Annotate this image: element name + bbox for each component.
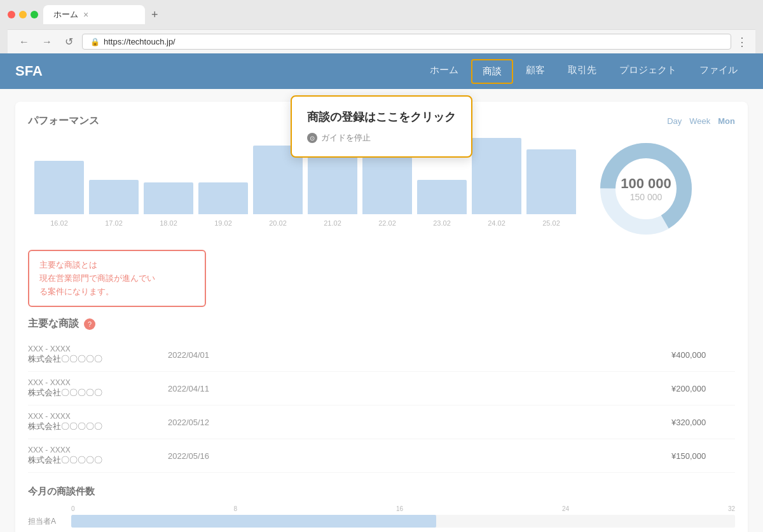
deal-company: 株式会社〇〇〇〇〇 (28, 387, 155, 399)
donut-value: 100 000 (621, 175, 671, 192)
monthly-section: 今月の商談件数 08162432 担当者A 担当者B (28, 486, 735, 532)
donut-sub: 150 000 (621, 192, 671, 202)
deal-row[interactable]: XXX - XXXX 株式会社〇〇〇〇〇 2022/04/01 ¥400,000 (28, 338, 735, 372)
address-bar[interactable]: 🔒 https://techtouch.jp/ (82, 34, 731, 50)
bar-column (308, 153, 357, 214)
maximize-button[interactable] (31, 11, 38, 18)
deal-row[interactable]: XXX - XXXX 株式会社〇〇〇〇〇 2022/04/11 ¥200,000 (28, 372, 735, 406)
tab-close-button[interactable]: × (83, 10, 88, 20)
bar-label: 21.02 (308, 219, 357, 227)
deal-code: XXX - XXXX (28, 412, 155, 421)
active-tab[interactable]: ホーム × (43, 5, 145, 24)
bar-column (472, 138, 521, 214)
back-button[interactable]: ← (15, 35, 33, 49)
axis-label: 24 (562, 505, 569, 512)
nav-home[interactable]: ホーム (420, 59, 469, 84)
nav-deals[interactable]: 商談 (471, 59, 513, 84)
deal-info: XXX - XXXX 株式会社〇〇〇〇〇 (28, 446, 155, 466)
bar-column (198, 182, 248, 214)
donut-area: 100 000 150 000 (595, 138, 735, 240)
minimize-button[interactable] (19, 11, 27, 18)
bar-column (89, 180, 139, 214)
deal-info: XXX - XXXX 株式会社〇〇〇〇〇 (28, 378, 155, 399)
info-box: 主要な商談とは現在営業部門で商談が進んでいる案件になります。 (28, 250, 206, 307)
browser-titlebar: ホーム × + (8, 5, 755, 24)
dashboard-card: パフォーマンス Day Week Mon 16.0217.0218.0219.0… (15, 102, 748, 532)
nav-files[interactable]: ファイル (689, 59, 748, 84)
help-icon[interactable]: ? (84, 318, 95, 330)
donut-center: 100 000 150 000 (621, 175, 671, 202)
h-bar-row: 担当者A (28, 515, 735, 528)
deal-amount: ¥400,000 (671, 350, 735, 360)
close-button[interactable] (8, 11, 15, 18)
deal-row[interactable]: XXX - XXXX 株式会社〇〇〇〇〇 2022/05/16 ¥150,000 (28, 439, 735, 473)
nav-partners[interactable]: 取引先 (558, 59, 607, 84)
deal-amount: ¥320,000 (671, 418, 735, 427)
lock-icon: 🔒 (90, 38, 100, 46)
tooltip-guide-button[interactable]: ⊙ ガイドを停止 (307, 132, 456, 144)
bar-column (362, 157, 412, 214)
tooltip-overlay: 商談の登録はここをクリック ⊙ ガイドを停止 (291, 95, 472, 158)
tooltip-box: 商談の登録はここをクリック ⊙ ガイドを停止 (291, 95, 472, 158)
deals-header: 主要な商談 ? (28, 317, 735, 331)
tab-title: ホーム (53, 9, 78, 20)
deal-info: XXX - XXXX 株式会社〇〇〇〇〇 (28, 412, 155, 432)
axis-label: 0 (71, 505, 75, 512)
bar-label: 23.02 (417, 219, 467, 227)
deal-company: 株式会社〇〇〇〇〇 (28, 353, 155, 365)
deal-code: XXX - XXXX (28, 378, 155, 387)
monthly-title: 今月の商談件数 (28, 486, 735, 498)
nav-projects[interactable]: プロジェクト (609, 59, 687, 84)
deal-date: 2022/04/11 (168, 384, 659, 393)
main-content: 商談の登録はここをクリック ⊙ ガイドを停止 パフォーマンス Day Week … (0, 89, 763, 532)
more-options-button[interactable]: ⋮ (736, 35, 748, 49)
deal-date: 2022/05/16 (168, 451, 659, 461)
url-text: https://techtouch.jp/ (104, 37, 175, 46)
h-bar-fill (71, 515, 436, 528)
axis-labels: 08162432 (71, 505, 735, 512)
forward-button[interactable]: → (38, 35, 56, 49)
refresh-button[interactable]: ↺ (61, 34, 77, 49)
axis-label: 32 (728, 505, 735, 512)
app-logo: SFA (15, 63, 43, 79)
filter-mon[interactable]: Mon (718, 116, 735, 126)
h-bar-bg (71, 515, 735, 528)
horizontal-bar-chart: 担当者A 担当者B (28, 515, 735, 532)
deal-company: 株式会社〇〇〇〇〇 (28, 454, 155, 466)
donut-container: 100 000 150 000 (595, 138, 697, 240)
deal-code: XXX - XXXX (28, 446, 155, 454)
bar-label: 19.02 (198, 219, 248, 227)
bar-column (417, 180, 467, 214)
info-text: 主要な商談とは現在営業部門で商談が進んでいる案件になります。 (39, 259, 195, 298)
bar-label: 22.02 (362, 219, 412, 227)
tab-bar: ホーム × + (43, 5, 163, 24)
deal-info: XXX - XXXX 株式会社〇〇〇〇〇 (28, 344, 155, 365)
h-bar-label: 担当者A (28, 516, 66, 527)
time-filters: Day Week Mon (667, 116, 735, 126)
bar-labels: 16.0217.0218.0219.0220.0221.0222.0223.02… (28, 219, 582, 227)
axis-label: 16 (396, 505, 403, 512)
filter-day[interactable]: Day (667, 116, 682, 126)
deal-amount: ¥150,000 (671, 451, 735, 461)
deal-code: XXX - XXXX (28, 344, 155, 353)
filter-week[interactable]: Week (689, 116, 710, 126)
nav-links: ホーム 商談 顧客 取引先 プロジェクト ファイル (420, 59, 748, 84)
deal-company: 株式会社〇〇〇〇〇 (28, 421, 155, 432)
browser-toolbar: ← → ↺ 🔒 https://techtouch.jp/ ⋮ (8, 29, 755, 53)
performance-title: パフォーマンス (28, 114, 99, 128)
bar-column (144, 182, 193, 214)
bar-label: 18.02 (144, 219, 193, 227)
bar-column (526, 149, 576, 214)
axis-label: 8 (233, 505, 237, 512)
new-tab-button[interactable]: + (146, 6, 163, 24)
deal-date: 2022/04/01 (168, 350, 659, 360)
bar-column (34, 161, 84, 214)
guide-stop-label: ガイドを停止 (321, 132, 371, 144)
browser-chrome: ホーム × + ← → ↺ 🔒 https://techtouch.jp/ ⋮ (0, 0, 763, 53)
deal-row[interactable]: XXX - XXXX 株式会社〇〇〇〇〇 2022/05/12 ¥320,000 (28, 406, 735, 439)
nav-customers[interactable]: 顧客 (516, 59, 555, 84)
bar-label: 24.02 (472, 219, 521, 227)
traffic-lights (8, 11, 38, 18)
deal-date: 2022/05/12 (168, 418, 659, 427)
bar-label: 20.02 (253, 219, 303, 227)
